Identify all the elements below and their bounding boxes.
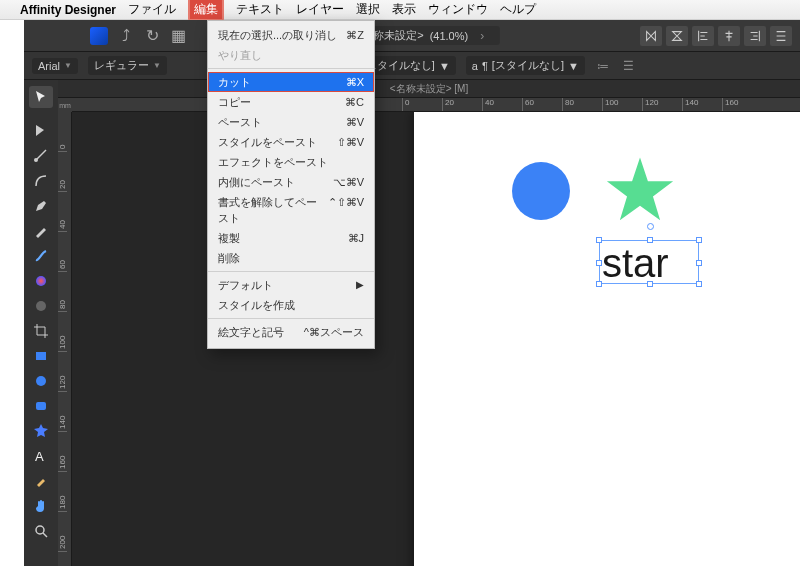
ruler-unit[interactable]: mm — [58, 98, 72, 112]
document-tab[interactable]: <名称未設定> [M] — [58, 80, 800, 98]
zoom-tool[interactable] — [29, 520, 53, 542]
svg-point-1 — [36, 276, 46, 286]
svg-point-7 — [36, 526, 44, 534]
menu-item[interactable]: 絵文字と記号^⌘スペース — [208, 322, 374, 342]
text-object-selected[interactable]: star — [599, 240, 699, 284]
star-tool[interactable] — [29, 420, 53, 442]
menu-item[interactable]: 現在の選択...の取り消し⌘Z — [208, 25, 374, 45]
align-right-icon[interactable] — [744, 26, 766, 46]
app-name[interactable]: Affinity Designer — [20, 3, 116, 17]
menu-window[interactable]: ウィンドウ — [428, 1, 488, 18]
rounded-rect-tool[interactable] — [29, 395, 53, 417]
align-buttons — [640, 26, 792, 46]
ruler-vertical: 020406080100120140160180200 — [58, 112, 72, 566]
menu-item[interactable]: ペースト⌘V — [208, 112, 374, 132]
font-weight-select[interactable]: レギュラー▼ — [88, 56, 167, 75]
resize-handle-nw[interactable] — [596, 237, 602, 243]
menu-item[interactable]: コピー⌘C — [208, 92, 374, 112]
star-shape[interactable] — [604, 154, 676, 226]
menu-item[interactable]: カット⌘X — [208, 72, 374, 92]
circle-shape[interactable] — [512, 162, 570, 220]
rectangle-tool[interactable] — [29, 345, 53, 367]
menu-layer[interactable]: レイヤー — [296, 1, 344, 18]
share-icon[interactable]: ⤴ — [118, 28, 134, 44]
menu-item[interactable]: 書式を解除してペースト⌃⇧⌘V — [208, 192, 374, 228]
options-icon[interactable]: ☰ — [621, 58, 637, 74]
font-family-select[interactable]: Arial▼ — [32, 58, 78, 74]
document-zoom: (41.0%) — [430, 30, 469, 42]
resize-handle-n[interactable] — [647, 237, 653, 243]
text-tool[interactable]: A — [29, 445, 53, 467]
flip-h-icon[interactable] — [640, 26, 662, 46]
svg-point-0 — [34, 158, 38, 162]
eyedropper-tool[interactable] — [29, 470, 53, 492]
resize-handle-s[interactable] — [647, 281, 653, 287]
flip-v-icon[interactable] — [666, 26, 688, 46]
pencil-tool[interactable] — [29, 220, 53, 242]
app-window: ⤴ ↻ ▦ ‹ <名称未設定> (41.0%) › Arial▼ レギュラー▼ … — [24, 20, 800, 566]
ellipse-tool[interactable] — [29, 370, 53, 392]
menu-file[interactable]: ファイル — [128, 1, 176, 18]
menu-item[interactable]: デフォルト▶ — [208, 275, 374, 295]
text-content[interactable]: star — [600, 241, 698, 285]
character-style-select[interactable]: a ¶ [スタイルなし]▼ — [466, 56, 585, 75]
tool-panel: A — [24, 80, 58, 566]
menu-item[interactable]: 内側にペースト⌥⌘V — [208, 172, 374, 192]
svg-point-4 — [36, 376, 46, 386]
menu-edit[interactable]: 編集 — [188, 0, 224, 21]
menu-item[interactable]: スタイルをペースト⇧⌘V — [208, 132, 374, 152]
checker-icon[interactable]: ▦ — [170, 28, 186, 44]
menu-item[interactable]: 複製⌘J — [208, 228, 374, 248]
align-center-icon[interactable] — [718, 26, 740, 46]
artboard-tool[interactable] — [29, 120, 53, 142]
edit-menu-dropdown[interactable]: 現在の選択...の取り消し⌘Zやり直しカット⌘Xコピー⌘Cペースト⌘Vスタイルを… — [207, 20, 375, 349]
transparency-tool[interactable] — [29, 295, 53, 317]
move-tool[interactable] — [29, 86, 53, 108]
menu-help[interactable]: ヘルプ — [500, 1, 536, 18]
hand-tool[interactable] — [29, 495, 53, 517]
canvas-viewport[interactable]: star — [72, 112, 800, 566]
ruler-horizontal: 020406080100120140160 — [72, 98, 800, 112]
menu-select[interactable]: 選択 — [356, 1, 380, 18]
brush-tool[interactable] — [29, 245, 53, 267]
align-left-icon[interactable] — [692, 26, 714, 46]
resize-handle-se[interactable] — [696, 281, 702, 287]
menu-item[interactable]: スタイルを作成 — [208, 295, 374, 315]
rotate-handle[interactable] — [647, 223, 654, 230]
corner-tool[interactable] — [29, 170, 53, 192]
app-logo-icon — [90, 27, 108, 45]
resize-handle-e[interactable] — [696, 260, 702, 266]
svg-rect-3 — [36, 352, 46, 360]
svg-rect-5 — [36, 402, 46, 410]
canvas[interactable]: star — [414, 112, 800, 566]
node-tool[interactable] — [29, 145, 53, 167]
context-toolbar: Arial▼ レギュラー▼ ¶ [スタイルなし]▼ a ¶ [スタイルなし]▼ … — [24, 52, 800, 80]
svg-text:A: A — [35, 449, 44, 464]
fill-tool[interactable] — [29, 270, 53, 292]
menu-item: やり直し — [208, 45, 374, 65]
sync-icon[interactable]: ↻ — [144, 28, 160, 44]
menu-view[interactable]: 表示 — [392, 1, 416, 18]
macos-menubar: Affinity Designer ファイル 編集 テキスト レイヤー 選択 表… — [0, 0, 800, 20]
menu-item[interactable]: エフェクトをペースト — [208, 152, 374, 172]
distribute-icon[interactable] — [770, 26, 792, 46]
pen-tool[interactable] — [29, 195, 53, 217]
resize-handle-w[interactable] — [596, 260, 602, 266]
resize-handle-ne[interactable] — [696, 237, 702, 243]
menu-text[interactable]: テキスト — [236, 1, 284, 18]
main-toolbar: ⤴ ↻ ▦ ‹ <名称未設定> (41.0%) › — [24, 20, 800, 52]
next-doc-icon[interactable]: › — [474, 29, 490, 43]
menu-item[interactable]: 削除 — [208, 248, 374, 268]
bullet-list-icon[interactable]: ≔ — [595, 58, 611, 74]
svg-point-2 — [36, 301, 46, 311]
resize-handle-sw[interactable] — [596, 281, 602, 287]
crop-tool[interactable] — [29, 320, 53, 342]
